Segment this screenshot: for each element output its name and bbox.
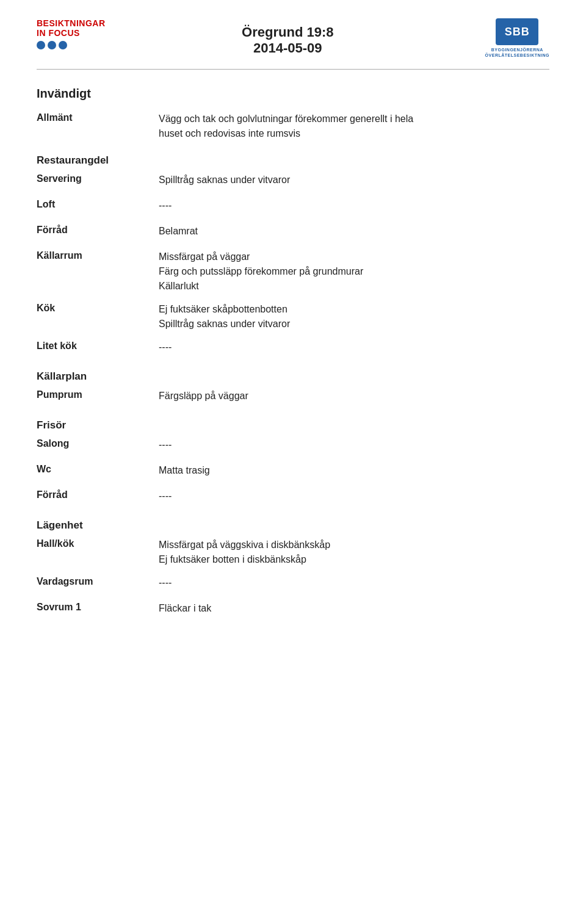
logo-besiktningar: BESIKTNINGAR IN FOCUS — [37, 18, 106, 49]
subheading-lagenhet: Lägenhet — [37, 519, 549, 532]
document-date: 2014-05-09 — [106, 40, 470, 56]
page: BESIKTNINGAR IN FOCUS Öregrund 19:8 2014… — [0, 0, 586, 924]
value-kallarrum: Missfärgat på väggarFärg och putssläpp f… — [159, 250, 549, 294]
label-servering: Servering — [37, 173, 159, 184]
row-kallarrum: Källarrum Missfärgat på väggarFärg och p… — [37, 250, 549, 294]
row-loft: Loft ---- — [37, 198, 549, 215]
sbb-logo-subtitle: BYGGINGENJÖRERNA ÖVERLÅTELSEBESIKTNING — [485, 47, 549, 58]
value-litet-kok: ---- — [159, 340, 549, 355]
row-forrad-restaurang: Förråd Belamrat — [37, 224, 549, 241]
document-title: Öregrund 19:8 — [106, 24, 470, 40]
bif-logo-dots — [37, 41, 67, 49]
row-pumprum: Pumprum Färgsläpp på väggar — [37, 389, 549, 406]
value-loft: ---- — [159, 198, 549, 213]
section-invandigt-heading: Invändigt — [37, 87, 549, 101]
row-kok: Kök Ej fuktsäker skåpbottenbottenSpilltr… — [37, 302, 549, 331]
main-content: Invändigt Allmänt Vägg och tak och golvl… — [37, 87, 549, 618]
bif-dot-2 — [48, 41, 56, 49]
bif-dot-3 — [59, 41, 67, 49]
value-wc: Matta trasig — [159, 463, 549, 478]
label-litet-kok: Litet kök — [37, 340, 159, 352]
value-pumprum: Färgsläpp på väggar — [159, 389, 549, 403]
bif-dot-1 — [37, 41, 45, 49]
logo-sbb: SBB BYGGINGENJÖRERNA ÖVERLÅTELSEBESIKTNI… — [470, 18, 549, 58]
label-wc: Wc — [37, 463, 159, 475]
value-hall-kok: Missfärgat på väggskiva i diskbänkskåpEj… — [159, 538, 549, 567]
row-servering: Servering Spilltråg saknas under vitvaro… — [37, 173, 549, 190]
label-kok: Kök — [37, 302, 159, 314]
row-allman: Allmänt Vägg och tak och golvlutningar f… — [37, 112, 549, 141]
value-forrad-restaurang: Belamrat — [159, 224, 549, 239]
label-loft: Loft — [37, 198, 159, 210]
value-allman: Vägg och tak och golvlutningar förekomme… — [159, 112, 549, 141]
row-litet-kok: Litet kök ---- — [37, 340, 549, 357]
label-vardagsrum: Vardagsrum — [37, 576, 159, 587]
sbb-logo-letters: SBB — [505, 26, 530, 38]
header-center: Öregrund 19:8 2014-05-09 — [106, 18, 470, 56]
label-allman: Allmänt — [37, 112, 159, 123]
label-forrad-restaurang: Förråd — [37, 224, 159, 236]
subheading-frisor: Frisör — [37, 419, 549, 431]
label-salong: Salong — [37, 438, 159, 449]
value-forrad-frisor: ---- — [159, 489, 549, 504]
row-wc: Wc Matta trasig — [37, 463, 549, 480]
value-sovrum1: Fläckar i tak — [159, 601, 549, 616]
sbb-logo-box: SBB — [496, 18, 538, 45]
row-salong: Salong ---- — [37, 438, 549, 455]
bif-logo: BESIKTNINGAR IN FOCUS — [37, 18, 106, 49]
header-divider — [37, 69, 549, 70]
row-sovrum1: Sovrum 1 Fläckar i tak — [37, 601, 549, 618]
row-vardagsrum: Vardagsrum ---- — [37, 576, 549, 593]
value-servering: Spilltråg saknas under vitvaror — [159, 173, 549, 187]
label-pumprum: Pumprum — [37, 389, 159, 400]
bif-logo-text: BESIKTNINGAR IN FOCUS — [37, 18, 106, 38]
subheading-kallarplan: Källarplan — [37, 370, 549, 383]
header: BESIKTNINGAR IN FOCUS Öregrund 19:8 2014… — [37, 18, 549, 58]
value-kok: Ej fuktsäker skåpbottenbottenSpilltråg s… — [159, 302, 549, 331]
value-vardagsrum: ---- — [159, 576, 549, 590]
label-sovrum1: Sovrum 1 — [37, 601, 159, 613]
sbb-logo: SBB BYGGINGENJÖRERNA ÖVERLÅTELSEBESIKTNI… — [485, 18, 549, 58]
subheading-restaurangdel: Restaurangdel — [37, 154, 549, 167]
label-forrad-frisor: Förråd — [37, 489, 159, 500]
label-kallarrum: Källarrum — [37, 250, 159, 261]
value-salong: ---- — [159, 438, 549, 452]
label-hall-kok: Hall/kök — [37, 538, 159, 549]
row-forrad-frisor: Förråd ---- — [37, 489, 549, 506]
row-hall-kok: Hall/kök Missfärgat på väggskiva i diskb… — [37, 538, 549, 567]
